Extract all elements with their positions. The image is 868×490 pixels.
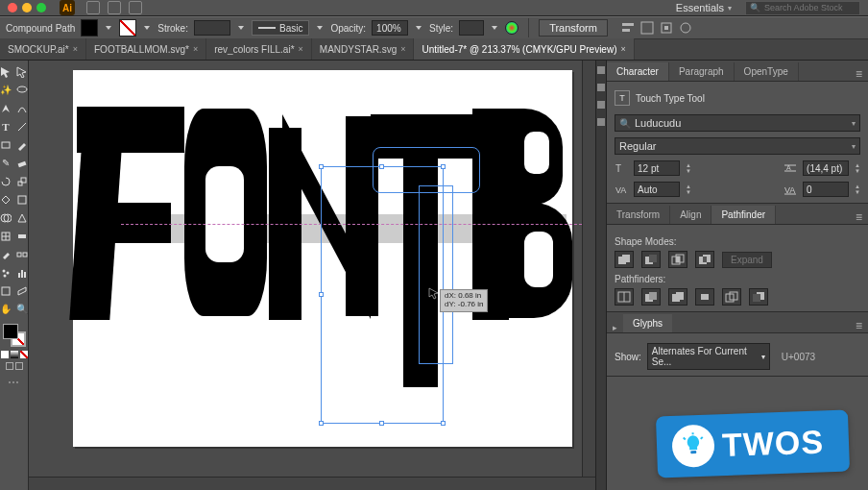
stroke-weight-input[interactable]	[199, 23, 226, 34]
tab-pathfinder[interactable]: Pathfinder	[711, 206, 776, 224]
recolor-art-icon[interactable]	[505, 21, 518, 35]
bridge-icon[interactable]	[86, 1, 100, 14]
tab-footballmom[interactable]: FOOTBALLMOM.svg*×	[86, 38, 206, 60]
transform-panel-button[interactable]: Transform	[539, 19, 608, 37]
symbol-sprayer-tool[interactable]	[0, 266, 12, 279]
crop-button[interactable]	[695, 288, 714, 306]
magic-wand-tool[interactable]: ✨	[0, 84, 12, 96]
stroke-dropdown[interactable]	[142, 19, 152, 37]
tab-transform[interactable]: Transform	[607, 206, 670, 224]
fill-swatch[interactable]	[81, 19, 98, 37]
stroke-weight-field[interactable]	[194, 20, 230, 36]
resize-handle[interactable]	[441, 164, 446, 169]
isolate-mode-icon[interactable]	[640, 21, 654, 35]
color-mode-none[interactable]	[20, 351, 28, 358]
selection-bounding-box[interactable]	[321, 166, 444, 424]
leading-field[interactable]	[803, 160, 849, 176]
fill-dropdown[interactable]	[104, 19, 113, 37]
arrange-icon[interactable]	[129, 1, 142, 14]
close-icon[interactable]: ×	[400, 44, 405, 54]
type-tool[interactable]: T	[0, 120, 12, 133]
color-mode-solid[interactable]	[1, 351, 9, 358]
perspective-tool[interactable]	[16, 211, 29, 224]
rotate-tool[interactable]	[0, 175, 12, 187]
slice-tool[interactable]	[16, 284, 29, 297]
touch-type-tool-button[interactable]: T Touch Type Tool	[615, 87, 860, 109]
graphic-style-swatch[interactable]	[459, 20, 484, 36]
curvature-tool[interactable]	[16, 102, 29, 114]
font-family-dropdown[interactable]: 🔍 Luducudu ▾	[615, 114, 860, 132]
eyedropper-tool[interactable]	[0, 248, 12, 260]
direct-selection-tool[interactable]	[16, 65, 29, 78]
dock-icon[interactable]	[597, 118, 605, 126]
paintbrush-tool[interactable]	[16, 138, 29, 151]
graphic-style-dropdown[interactable]	[490, 19, 499, 37]
close-icon[interactable]: ×	[193, 44, 198, 54]
brush-definition[interactable]: Basic	[252, 20, 309, 36]
opacity-input[interactable]	[376, 23, 403, 34]
merge-button[interactable]	[668, 288, 687, 306]
tracking-field[interactable]	[803, 182, 849, 197]
artboard[interactable]: dX: 0.68 in dY: -0.76 in	[73, 70, 572, 447]
kerning-field[interactable]	[634, 182, 680, 197]
shape-builder-tool[interactable]	[0, 211, 12, 224]
window-controls[interactable]	[8, 3, 46, 12]
fullscreen-window-icon[interactable]	[36, 3, 46, 12]
gradient-tool[interactable]	[16, 230, 29, 242]
eraser-tool[interactable]	[16, 157, 29, 169]
leading-stepper[interactable]: ▲▼	[855, 162, 860, 174]
glyphs-show-dropdown[interactable]: Alternates For Current Se... ▾	[647, 343, 770, 370]
resize-handle[interactable]	[319, 421, 324, 426]
tab-character[interactable]: Character	[607, 62, 669, 81]
zoom-tool[interactable]: 🔍	[16, 303, 29, 315]
fill-stroke-indicator[interactable]	[3, 324, 26, 347]
brush-dropdown[interactable]	[315, 19, 325, 37]
free-transform-tool[interactable]	[16, 193, 29, 206]
align-icon[interactable]	[621, 21, 635, 35]
font-size-stepper[interactable]: ▲▼	[686, 162, 691, 174]
column-graph-tool[interactable]	[16, 266, 29, 279]
dock-icon[interactable]	[597, 84, 605, 91]
close-window-icon[interactable]	[8, 3, 17, 12]
edit-clip-icon[interactable]	[679, 21, 692, 35]
fill-color-swatch[interactable]	[3, 324, 18, 339]
width-tool[interactable]	[0, 193, 12, 206]
kerning-stepper[interactable]: ▲▼	[686, 184, 691, 195]
tab-smockup[interactable]: SMOCKUP.ai*×	[0, 38, 86, 60]
tab-opentype[interactable]: OpenType	[735, 62, 799, 81]
canvas[interactable]: dX: 0.68 in dY: -0.76 in	[29, 61, 595, 490]
stock-search-input[interactable]	[764, 3, 856, 12]
hand-tool[interactable]: ✋	[0, 303, 12, 315]
workspace-switcher[interactable]: Essentials ▾	[676, 2, 732, 13]
collapsed-panel-dock[interactable]	[595, 61, 607, 490]
shaper-tool[interactable]: ✎	[0, 157, 12, 169]
arrange-documents-icon[interactable]	[108, 1, 121, 14]
color-mode-gradient[interactable]	[11, 351, 18, 358]
screen-mode-full[interactable]	[15, 362, 23, 370]
tab-rev-colors[interactable]: rev_colors FILL.ai*×	[206, 38, 312, 60]
font-size-field[interactable]	[634, 160, 680, 176]
opacity-field[interactable]	[372, 20, 408, 36]
intersect-button[interactable]	[668, 251, 687, 268]
stroke-swatch[interactable]	[119, 19, 136, 37]
screen-mode-row[interactable]	[6, 362, 23, 370]
collapse-icon[interactable]: ▸	[607, 323, 623, 332]
panel-menu-icon[interactable]: ≡	[850, 210, 868, 224]
resize-handle[interactable]	[379, 421, 384, 426]
scale-tool[interactable]	[16, 175, 29, 187]
minimize-window-icon[interactable]	[22, 3, 32, 12]
vertical-scrollbar[interactable]	[582, 61, 595, 477]
mesh-tool[interactable]	[0, 230, 12, 242]
resize-handle[interactable]	[319, 292, 324, 297]
line-tool[interactable]	[16, 120, 29, 133]
panel-menu-icon[interactable]: ≡	[850, 67, 868, 81]
artboard-tool[interactable]	[0, 284, 12, 297]
tab-mandystar[interactable]: MANDYSTAR.svg×	[312, 38, 415, 60]
minus-back-button[interactable]	[749, 288, 768, 306]
tab-glyphs[interactable]: Glyphs	[623, 314, 672, 332]
lasso-tool[interactable]	[16, 84, 29, 96]
close-icon[interactable]: ×	[73, 44, 78, 54]
unite-button[interactable]	[615, 251, 634, 268]
horizontal-scrollbar[interactable]	[29, 477, 595, 490]
outline-button[interactable]	[722, 288, 741, 306]
